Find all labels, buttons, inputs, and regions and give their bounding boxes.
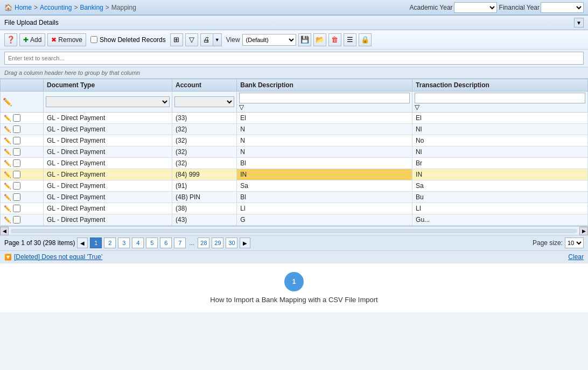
row-account: (91) — [172, 180, 237, 192]
add-button[interactable]: ✚ Add — [19, 33, 45, 46]
row-checkbox[interactable] — [13, 125, 20, 133]
top-bar-controls: Academic Year Financial Year — [410, 2, 584, 13]
edit-icon[interactable]: ✏️ — [4, 183, 11, 190]
row-checkbox[interactable] — [13, 137, 20, 144]
edit-icon[interactable]: ✏️ — [4, 171, 11, 178]
scroll-left-button[interactable]: ◀ — [0, 227, 9, 235]
lock-button[interactable]: 🔒 — [359, 33, 372, 46]
remove-button[interactable]: ✖ Remove — [47, 33, 86, 46]
row-doc-type: GL - Direct Payment — [44, 180, 172, 192]
filter-button[interactable]: ▽ — [185, 33, 198, 46]
col-transaction-description[interactable]: Transaction Description — [412, 79, 588, 92]
view-select[interactable]: (Default) — [242, 34, 296, 46]
table-row: ✏️GL - Direct Payment(84) 999ININ — [1, 169, 588, 180]
horizontal-scrollbar[interactable]: ◀ ▶ — [0, 226, 588, 235]
breadcrumb-home[interactable]: Home — [15, 4, 32, 11]
row-account: (4B) PIN — [172, 192, 237, 203]
file-upload-expand-button[interactable]: ▼ — [574, 18, 584, 27]
filter-trans-desc-cell: ▽ — [412, 92, 588, 113]
row-account: (33) — [172, 113, 237, 124]
edit-icon[interactable]: ✏️ — [4, 137, 11, 144]
search-input[interactable] — [4, 52, 584, 65]
page-ellipsis: ... — [188, 239, 195, 247]
page-next-button[interactable]: ▶ — [240, 238, 250, 248]
help-icon-button[interactable]: ❓ — [4, 33, 17, 46]
row-checkbox[interactable] — [13, 159, 20, 167]
row-checkbox[interactable] — [13, 205, 20, 212]
filter-bank-desc-icon: ▽ — [239, 103, 244, 111]
filter-trans-desc-input[interactable] — [415, 93, 585, 103]
row-bank-desc: Bl — [237, 158, 412, 169]
table-row: ✏️GL - Direct Payment(91)SaSa — [1, 180, 588, 192]
page-2-button[interactable]: 2 — [104, 238, 116, 248]
financial-year-group: Financial Year — [499, 2, 584, 13]
clear-filter-link[interactable]: Clear — [568, 253, 584, 261]
page-size-select[interactable]: 10 — [565, 238, 584, 248]
edit-icon[interactable]: ✏️ — [4, 205, 11, 212]
col-document-type[interactable]: Document Type — [44, 79, 172, 92]
breadcrumb-accounting[interactable]: Accounting — [40, 4, 72, 11]
page-28-button[interactable]: 28 — [198, 238, 209, 248]
clear-filters-icon[interactable]: ✏️ — [3, 97, 12, 106]
page-size-label: Page size: — [533, 239, 563, 247]
load-view-button[interactable]: 📂 — [313, 33, 326, 46]
edit-icon[interactable]: ✏️ — [4, 217, 11, 224]
row-checkbox[interactable] — [13, 182, 20, 190]
row-checkbox[interactable] — [13, 114, 20, 122]
col-account[interactable]: Account — [172, 79, 237, 92]
col-bank-description[interactable]: Bank Description — [237, 79, 412, 92]
page-5-button[interactable]: 5 — [146, 238, 158, 248]
financial-year-select[interactable] — [541, 2, 584, 13]
academic-year-select[interactable] — [454, 2, 497, 13]
top-bar: 🏠 Home > Accounting > Banking > Mapping … — [0, 0, 588, 15]
print-dropdown-button[interactable]: ▼ — [213, 33, 222, 46]
filter-doc-type-select[interactable] — [46, 96, 170, 107]
delete-view-button[interactable]: 🗑 — [328, 33, 341, 46]
edit-icon[interactable]: ✏️ — [4, 160, 11, 167]
edit-icon[interactable]: ✏️ — [4, 115, 11, 122]
page-3-button[interactable]: 3 — [118, 238, 130, 248]
page-29-button[interactable]: 29 — [212, 238, 223, 248]
scroll-right-button[interactable]: ▶ — [579, 227, 588, 235]
add-label: Add — [30, 36, 41, 44]
data-table: Document Type Account Bank Description T… — [0, 79, 588, 226]
financial-year-label: Financial Year — [499, 4, 540, 11]
row-account: (32) — [172, 135, 237, 146]
page-30-button[interactable]: 30 — [226, 238, 237, 248]
view-label: View — [226, 36, 240, 44]
breadcrumb-banking[interactable]: Banking — [80, 4, 103, 11]
edit-icon[interactable]: ✏️ — [4, 149, 11, 156]
show-deleted-toggle[interactable]: Show Deleted Records — [88, 35, 168, 45]
row-checkbox[interactable] — [13, 148, 20, 156]
filter-bank-desc-input[interactable] — [239, 93, 410, 103]
page-4-button[interactable]: 4 — [132, 238, 144, 248]
row-checkbox[interactable] — [13, 193, 20, 201]
help-circle[interactable]: 1 — [284, 272, 304, 291]
edit-icon[interactable]: ✏️ — [4, 194, 11, 201]
page-6-button[interactable]: 6 — [160, 238, 172, 248]
filter-row: ✏️ ▽ ▽ — [1, 92, 588, 113]
show-deleted-checkbox[interactable] — [90, 36, 97, 43]
filter-description[interactable]: [Deleted] Does not equal 'True' — [14, 253, 102, 261]
academic-year-label: Academic Year — [410, 4, 453, 11]
edit-icon[interactable]: ✏️ — [4, 126, 11, 133]
page-prev-button[interactable]: ◀ — [77, 238, 88, 248]
row-checkbox[interactable] — [13, 171, 20, 178]
filter-doc-type-cell — [44, 92, 172, 113]
filter-funnel-icon: 🔽 — [4, 254, 12, 261]
row-checkbox[interactable] — [13, 216, 20, 224]
page-1-button[interactable]: 1 — [90, 238, 102, 248]
add-icon: ✚ — [23, 36, 29, 44]
row-account: (43) — [172, 214, 237, 226]
scroll-track[interactable] — [11, 229, 577, 233]
columns-button[interactable]: ☰ — [344, 33, 356, 46]
grid-options-button[interactable]: ⊞ — [170, 33, 183, 46]
row-action-cell: ✏️ — [1, 169, 44, 180]
filter-account-select[interactable] — [174, 96, 234, 107]
save-view-button[interactable]: 💾 — [298, 33, 311, 46]
page-7-button[interactable]: 7 — [174, 238, 186, 248]
print-button[interactable]: 🖨 — [200, 33, 213, 46]
row-doc-type: GL - Direct Payment — [44, 146, 172, 158]
group-by-hint: Drag a column header here to group by th… — [0, 67, 588, 79]
row-bank-desc: Ll — [237, 203, 412, 214]
